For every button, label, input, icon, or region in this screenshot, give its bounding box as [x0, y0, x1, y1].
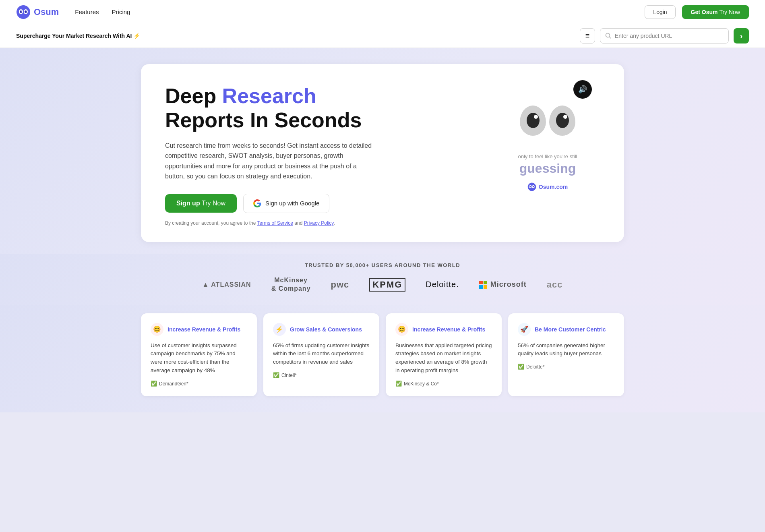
feature-title-1: Grow Sales & Conversions: [290, 326, 362, 333]
feature-card-3: 🚀 Be More Customer Centric 56% of compan…: [508, 313, 624, 397]
get-osum-label: Get Osum: [691, 9, 718, 15]
verified-icon-3: ✅: [518, 364, 524, 370]
signup-try-label: Try Now: [202, 200, 225, 207]
feature-card-1: ⚡ Grow Sales & Conversions 65% of firms …: [263, 313, 379, 397]
logo-mckinsey: McKinsey& Company: [271, 276, 311, 293]
logo-microsoft: Microsoft: [479, 280, 527, 289]
get-osum-try-label: Try Now: [719, 9, 740, 15]
feature-icon-0: 😊: [151, 323, 163, 336]
logo-atlassian: ▲ ATLASSIAN: [203, 281, 251, 288]
feature-source-text-1: Cintell*: [281, 373, 297, 378]
google-signup-button[interactable]: Sign up with Google: [243, 194, 329, 213]
hero-title-second: Reports In Seconds: [165, 108, 362, 132]
svg-point-0: [17, 5, 30, 19]
logo-link[interactable]: Osum: [16, 5, 59, 19]
feature-desc-1: 65% of firms updating customer insights …: [273, 342, 370, 367]
svg-point-4: [25, 10, 27, 13]
hero-section: Deep Research Reports In Seconds Cut res…: [0, 48, 765, 254]
microsoft-squares-icon: [479, 281, 487, 289]
feature-source-0: ✅ DemandGen*: [151, 381, 247, 387]
feature-card-0: 😊 Increase Revenue & Profits Use of cust…: [141, 313, 257, 397]
osum-badge-text: Osum.com: [539, 184, 568, 190]
feature-source-3: ✅ Deloitte*: [518, 364, 614, 370]
sound-button[interactable]: 🔊: [573, 80, 592, 99]
mascot-left-highlight: [534, 115, 538, 119]
hero-osum-badge: Osum.com: [527, 182, 568, 191]
search-strip-tagline: Supercharge Your Market Research With AI…: [16, 33, 140, 39]
hero-mascot: [515, 92, 580, 149]
feature-card-2: 😊 Increase Revenue & Profits Businesses …: [386, 313, 502, 397]
terms-of-service-link[interactable]: Terms of Service: [257, 220, 293, 226]
feature-card-header-0: 😊 Increase Revenue & Profits: [151, 323, 247, 336]
search-icon: [605, 33, 612, 39]
hero-title-plain: Deep: [165, 84, 222, 108]
feature-card-header-3: 🚀 Be More Customer Centric: [518, 323, 614, 336]
hero-terms: By creating your account, you agree to t…: [165, 220, 374, 226]
feature-icon-3: 🚀: [518, 323, 531, 336]
verified-icon-0: ✅: [151, 381, 157, 387]
login-button[interactable]: Login: [645, 5, 675, 19]
mascot-left-pupil: [527, 113, 540, 128]
svg-point-6: [26, 10, 27, 11]
navbar: Osum Features Pricing Login Get Osum Try…: [0, 0, 765, 24]
feature-source-1: ✅ Cintell*: [273, 372, 370, 378]
osum-logo-icon: [16, 5, 31, 19]
guessing-sub-text: only to feel like you're still: [518, 153, 577, 159]
signup-label: Sign up: [176, 200, 200, 207]
nav-pricing-link[interactable]: Pricing: [112, 8, 130, 15]
feature-source-text-3: Deloitte*: [526, 364, 544, 370]
hero-left: Deep Research Reports In Seconds Cut res…: [165, 84, 374, 226]
logo-pwc: pwc: [331, 279, 349, 290]
feature-source-text-0: DemandGen*: [159, 381, 188, 387]
privacy-policy-link[interactable]: Privacy Policy: [304, 220, 334, 226]
mascot-right-pupil: [556, 113, 569, 128]
mascot-right-eye: [549, 106, 575, 136]
nav-links: Features Pricing: [75, 8, 130, 15]
osum-badge-icon: [527, 182, 536, 191]
search-input-wrap: [600, 28, 729, 43]
search-go-icon: ›: [740, 31, 743, 41]
feature-source-2: ✅ McKinsey & Co*: [395, 381, 492, 387]
filter-button[interactable]: ≡: [580, 28, 595, 43]
feature-icon-1: ⚡: [273, 323, 286, 336]
terms-prefix: By creating your account, you agree to t…: [165, 220, 257, 226]
hero-title: Deep Research Reports In Seconds: [165, 84, 374, 132]
mascot-left-eye: [520, 106, 546, 136]
sound-icon: 🔊: [578, 85, 587, 94]
svg-point-9: [527, 183, 536, 191]
hero-title-highlight: Research: [222, 84, 316, 108]
search-go-button[interactable]: ›: [734, 28, 749, 43]
feature-title-3: Be More Customer Centric: [535, 326, 606, 333]
feature-desc-0: Use of customer insights surpassed campa…: [151, 342, 247, 375]
logo-accenture: acc: [547, 279, 563, 290]
get-osum-button[interactable]: Get Osum Try Now: [682, 5, 749, 19]
feature-desc-2: Businesses that applied targeted pricing…: [395, 342, 492, 375]
nav-features-link[interactable]: Features: [75, 8, 99, 15]
search-input[interactable]: [615, 33, 724, 39]
feature-title-2: Increase Revenue & Profits: [412, 326, 485, 333]
feature-card-header-2: 😊 Increase Revenue & Profits: [395, 323, 492, 336]
hero-right: 🔊 only to feel like: [495, 84, 600, 191]
logos-row: ▲ ATLASSIAN McKinsey& Company pwc KPMG D…: [16, 276, 749, 293]
svg-point-12: [529, 186, 531, 188]
hero-description: Cut research time from weeks to seconds!…: [165, 141, 374, 182]
svg-point-14: [530, 186, 531, 186]
filter-icon: ≡: [585, 32, 590, 40]
logo-deloitte: Deloitte.: [426, 280, 459, 289]
hero-guessing-area: only to feel like you're still guessing: [518, 153, 577, 176]
guessing-main-text: guessing: [518, 161, 577, 176]
svg-point-15: [533, 186, 533, 186]
feature-title-0: Increase Revenue & Profits: [167, 326, 240, 333]
svg-point-5: [21, 10, 22, 11]
mascot-eyes: [520, 106, 575, 136]
feature-source-text-2: McKinsey & Co*: [404, 381, 439, 387]
signup-button[interactable]: Sign up Try Now: [165, 194, 237, 213]
nav-right: Login Get Osum Try Now: [645, 5, 749, 19]
feature-icon-2: 😊: [395, 323, 408, 336]
trusted-section: TRUSTED BY 50,000+ USERS AROUND THE WORL…: [0, 254, 765, 305]
feature-desc-3: 56% of companies generated higher qualit…: [518, 342, 614, 358]
features-section: 😊 Increase Revenue & Profits Use of cust…: [0, 305, 765, 413]
trusted-title: TRUSTED BY 50,000+ USERS AROUND THE WORL…: [16, 262, 749, 268]
svg-line-8: [610, 37, 611, 39]
hero-card: Deep Research Reports In Seconds Cut res…: [141, 64, 624, 242]
